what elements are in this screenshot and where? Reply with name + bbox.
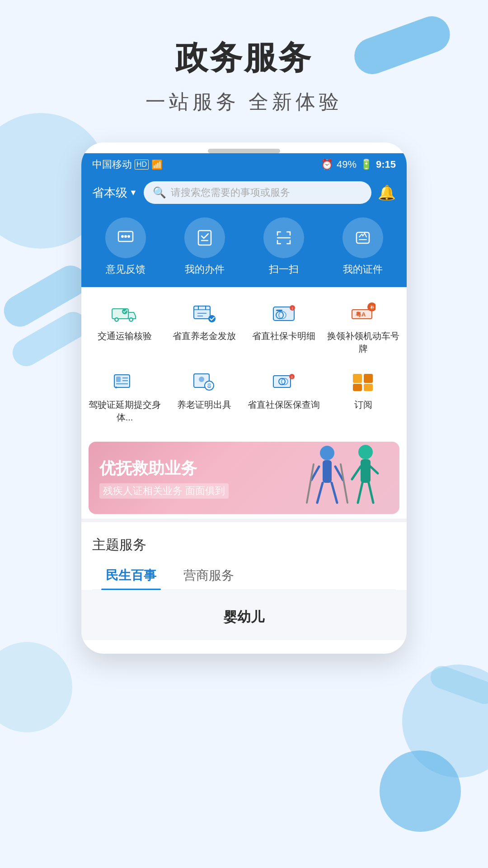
theme-section-title: 主题服务 [92, 536, 396, 554]
subscribe-icon [347, 369, 380, 395]
pension-release-icon [188, 301, 221, 326]
feedback-label: 意见反馈 [106, 263, 145, 276]
service-plate[interactable]: 粤A 补 换领补领机动车号牌 [324, 294, 402, 361]
bg-decoration-light [0, 642, 72, 732]
status-right: ⏰ 49% 🔋 9:15 [321, 159, 396, 170]
svg-rect-60 [323, 460, 332, 483]
medical-query-icon: ! [267, 369, 300, 395]
main-title: 政务服务 [0, 36, 488, 80]
scan-label: 扫一扫 [269, 263, 299, 276]
svg-rect-16 [194, 306, 210, 319]
svg-rect-56 [364, 374, 373, 383]
subscribe-label: 订阅 [354, 398, 372, 411]
svg-point-46 [199, 377, 204, 382]
quick-actions: 意见反馈 我的办件 [81, 213, 407, 287]
svg-line-70 [371, 467, 378, 473]
scan-icon-circle [263, 217, 304, 258]
time-label: 9:15 [376, 159, 396, 170]
dropdown-icon: ▼ [129, 188, 137, 198]
service-medical-query[interactable]: ! 省直社保医保查询 [245, 363, 323, 430]
svg-point-12 [116, 319, 118, 321]
sub-title: 一站服务 全新体验 [0, 89, 488, 115]
carrier-label: 中国移动 [92, 158, 132, 171]
svg-rect-28 [276, 310, 282, 311]
banner-text: 优抚救助业务 残疾人证相关业务 面面俱到 [89, 448, 239, 508]
plate-icon: 粤A 补 [347, 301, 380, 326]
social-card-icon: ! [267, 301, 300, 326]
svg-point-2 [124, 235, 127, 238]
phone-frame: 中国移动 HD 📶 ⏰ 49% 🔋 9:15 省本级 ▼ 🔍 请搜索您需要的事项… [81, 142, 407, 654]
svg-point-67 [358, 445, 373, 459]
quick-action-cert[interactable]: 我的证件 [343, 217, 383, 276]
service-social-card[interactable]: ! 省直社保卡明细 [245, 294, 323, 361]
livelihood-tab-label: 民生百事 [106, 568, 156, 582]
svg-point-59 [320, 446, 334, 460]
svg-line-65 [307, 464, 314, 503]
svg-rect-68 [361, 459, 371, 483]
pension-release-label: 省直养老金发放 [173, 330, 236, 342]
svg-point-23 [208, 315, 216, 322]
license-delay-icon [108, 369, 141, 395]
signal-bars: 📶 [151, 159, 163, 170]
svg-point-42 [115, 387, 117, 388]
service-subscribe[interactable]: 订阅 [324, 363, 402, 430]
svg-text:粤A: 粤A [356, 311, 366, 318]
svg-rect-7 [357, 232, 369, 243]
category-title: 婴幼儿 [92, 599, 396, 631]
quick-action-feedback[interactable]: 意见反馈 [105, 217, 146, 276]
service-transport[interactable]: 交通运输核验 [86, 294, 164, 361]
quick-action-todo[interactable]: 我的办件 [184, 217, 225, 276]
bottom-section: 婴幼儿 [81, 590, 407, 640]
bell-button[interactable]: 🔔 [378, 184, 396, 201]
bg-decoration-6 [380, 750, 461, 832]
theme-tabs: 民生百事 营商服务 [92, 561, 396, 590]
pension-cert-label: 养老证明出具 [177, 398, 231, 411]
svg-line-64 [332, 483, 337, 503]
search-placeholder: 请搜索您需要的事项或服务 [171, 186, 290, 199]
battery-icon: 🔋 [360, 159, 372, 170]
svg-point-48 [207, 383, 211, 387]
promotion-banner[interactable]: 优抚救助业务 残疾人证相关业务 面面俱到 [89, 442, 399, 514]
transport-icon [108, 301, 141, 326]
svg-line-69 [352, 467, 361, 479]
service-grid: 交通运输核验 省直养老金发放 [81, 287, 407, 437]
svg-point-1 [121, 235, 124, 238]
province-selector[interactable]: 省本级 ▼ [92, 185, 137, 201]
svg-point-14 [130, 319, 132, 321]
todo-icon-circle [184, 217, 225, 258]
svg-rect-57 [353, 384, 362, 391]
alarm-icon: ⏰ [321, 159, 333, 170]
svg-point-3 [127, 235, 130, 238]
pension-cert-icon [188, 369, 221, 395]
service-pension-cert[interactable]: 养老证明出具 [165, 363, 243, 430]
battery-label: 49% [337, 159, 357, 170]
service-license-delay[interactable]: 驾驶证延期提交身体... [86, 363, 164, 430]
cert-label: 我的证件 [343, 263, 383, 276]
svg-rect-55 [353, 374, 362, 383]
svg-rect-58 [364, 384, 373, 391]
plate-label: 换领补领机动车号牌 [327, 330, 399, 355]
svg-line-63 [317, 483, 323, 503]
theme-section: 主题服务 民生百事 营商服务 [81, 527, 407, 590]
service-pension-release[interactable]: 省直养老金发放 [165, 294, 243, 361]
svg-line-66 [341, 464, 347, 503]
top-nav: 省本级 ▼ 🔍 请搜索您需要的事项或服务 🔔 [81, 176, 407, 213]
banner-illustration [296, 442, 395, 514]
bell-icon: 🔔 [378, 184, 396, 201]
business-tab-label: 营商服务 [183, 568, 234, 582]
transport-label: 交通运输核验 [98, 330, 152, 342]
status-left: 中国移动 HD 📶 [92, 158, 163, 171]
search-bar[interactable]: 🔍 请搜索您需要的事项或服务 [144, 181, 371, 204]
social-card-label: 省直社保卡明细 [252, 330, 315, 342]
svg-text:!: ! [292, 307, 293, 311]
quick-action-scan[interactable]: 扫一扫 [263, 217, 304, 276]
tab-livelihood[interactable]: 民生百事 [92, 561, 170, 590]
svg-line-72 [369, 483, 373, 503]
svg-line-71 [358, 483, 362, 503]
tab-business[interactable]: 营商服务 [170, 561, 248, 590]
license-delay-label: 驾驶证延期提交身体... [89, 398, 161, 424]
header-section: 政务服务 一站服务 全新体验 [0, 0, 488, 115]
feedback-icon-circle [105, 217, 146, 258]
phone-notch [208, 149, 280, 153]
svg-rect-38 [116, 377, 121, 382]
